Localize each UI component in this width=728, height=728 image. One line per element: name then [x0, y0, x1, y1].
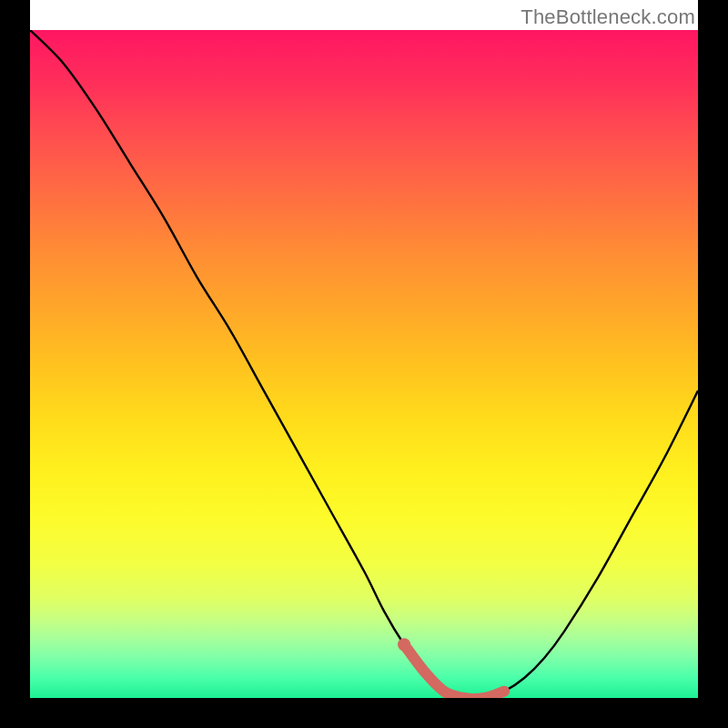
chart-plot-area [30, 30, 698, 698]
chart-border-left [0, 0, 30, 728]
chart-container: TheBottleneck.com [0, 0, 728, 728]
chart-border-right [698, 0, 728, 728]
watermark-text: TheBottleneck.com [521, 5, 695, 29]
chart-border-bottom [0, 698, 728, 728]
